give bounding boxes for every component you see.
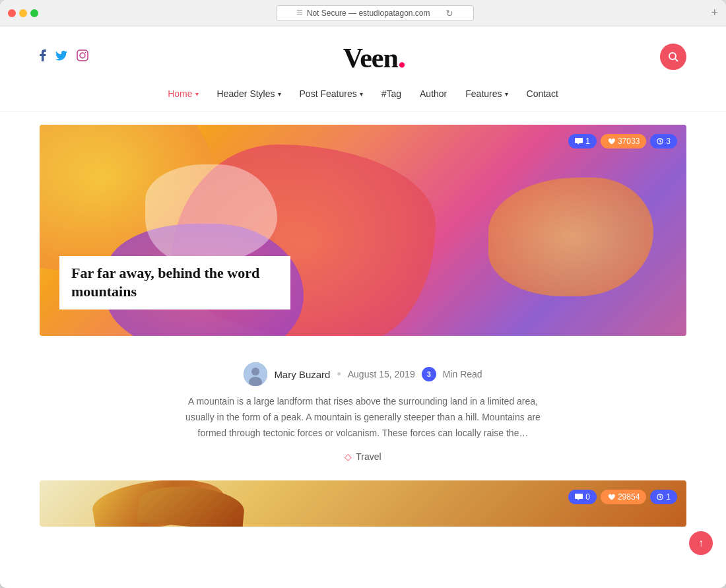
post-category[interactable]: ◇ Travel xyxy=(40,451,686,462)
author-name: Mary Buzard xyxy=(274,369,330,380)
svg-point-2 xyxy=(85,51,86,53)
post-date: August 15, 2019 xyxy=(348,369,415,379)
maximize-dot[interactable] xyxy=(30,9,38,17)
min-read-label: Min Read xyxy=(443,369,482,379)
svg-line-4 xyxy=(675,59,678,61)
post-title-overlay: Far far away, behind the word mountains xyxy=(59,256,290,310)
nav-home[interactable]: Home ▾ xyxy=(168,88,198,99)
nav-post-features-chevron: ▾ xyxy=(360,90,363,98)
nav-author[interactable]: Author xyxy=(420,88,447,99)
new-tab-button[interactable]: + xyxy=(711,6,718,20)
svg-point-1 xyxy=(80,53,85,58)
post-title: Far far away, behind the word mountains xyxy=(71,264,279,302)
svg-point-7 xyxy=(251,368,259,376)
instagram-link[interactable] xyxy=(77,49,88,65)
nav-post-features[interactable]: Post Features ▾ xyxy=(300,88,363,99)
browser-dots xyxy=(8,9,38,17)
nav-header-styles[interactable]: Header Styles ▾ xyxy=(217,88,281,99)
featured-post-image: 1 37033 3 Far far away, behind xyxy=(40,125,686,336)
browser-window: ☰ Not Secure — estudiopatagon.com ↻ + xyxy=(0,0,726,588)
featured-post-card[interactable]: 1 37033 3 Far far away, behind xyxy=(40,125,686,336)
social-icons xyxy=(40,49,88,65)
second-post-stats: 0 29854 1 xyxy=(568,490,677,504)
nav-header-styles-chevron: ▾ xyxy=(278,90,281,98)
address-text: Not Secure — estudiopatagon.com xyxy=(307,9,430,18)
browser-addressbar: ☰ Not Secure — estudiopatagon.com ↻ xyxy=(44,5,706,21)
site-nav: Home ▾ Header Styles ▾ Post Features ▾ #… xyxy=(0,81,726,112)
leaf-decoration-2 xyxy=(137,483,246,527)
address-bar[interactable]: ☰ Not Secure — estudiopatagon.com ↻ xyxy=(276,5,474,21)
nav-home-chevron: ▾ xyxy=(195,90,199,98)
post-stats: 1 37033 3 xyxy=(568,134,677,148)
category-icon: ◇ xyxy=(345,451,352,462)
time-badge: 3 xyxy=(650,134,677,148)
second-time-badge: 1 xyxy=(650,490,677,504)
minimize-dot[interactable] xyxy=(19,9,27,17)
post-meta: Mary Buzard • August 15, 2019 3 Min Read xyxy=(40,352,686,394)
bg-blob-4 xyxy=(488,178,653,296)
nav-features-chevron: ▾ xyxy=(505,90,508,98)
second-comments-badge: 0 xyxy=(568,490,597,504)
address-lock-icon: ☰ xyxy=(296,9,303,17)
category-name: Travel xyxy=(356,451,381,462)
meta-separator: • xyxy=(337,368,341,381)
browser-toolbar: ☰ Not Secure — estudiopatagon.com ↻ + xyxy=(0,0,726,26)
svg-point-3 xyxy=(669,53,676,59)
second-likes-badge: 29854 xyxy=(601,490,646,504)
site-header: Veen. xyxy=(0,26,726,81)
refresh-icon[interactable]: ↻ xyxy=(446,8,453,18)
nav-features[interactable]: Features ▾ xyxy=(465,88,508,99)
search-button[interactable] xyxy=(660,44,686,70)
scroll-top-icon: ↑ xyxy=(698,537,704,549)
scroll-top-button[interactable]: ↑ xyxy=(689,531,713,555)
comments-badge: 1 xyxy=(568,134,597,148)
close-dot[interactable] xyxy=(8,9,16,17)
author-avatar xyxy=(244,362,267,386)
facebook-link[interactable] xyxy=(40,49,46,65)
post-excerpt: A mountain is a large landform that rise… xyxy=(178,394,548,441)
logo-text: Veen xyxy=(343,43,398,73)
min-read-badge: 3 xyxy=(422,367,436,381)
twitter-link[interactable] xyxy=(55,50,67,64)
nav-contact[interactable]: Contact xyxy=(527,88,558,99)
site-logo: Veen. xyxy=(343,40,406,74)
second-post-card[interactable]: 0 29854 1 xyxy=(40,480,686,527)
bg-blob-5 xyxy=(145,164,277,263)
second-post-image: 0 29854 1 xyxy=(40,480,686,527)
page-content: Veen. Home ▾ Header Styles ▾ Post Featur… xyxy=(0,26,726,588)
main-content: 1 37033 3 Far far away, behind xyxy=(0,112,726,540)
svg-rect-0 xyxy=(77,50,88,61)
nav-tag[interactable]: #Tag xyxy=(381,88,401,99)
likes-badge: 37033 xyxy=(601,134,646,148)
logo-dot: . xyxy=(398,38,406,75)
